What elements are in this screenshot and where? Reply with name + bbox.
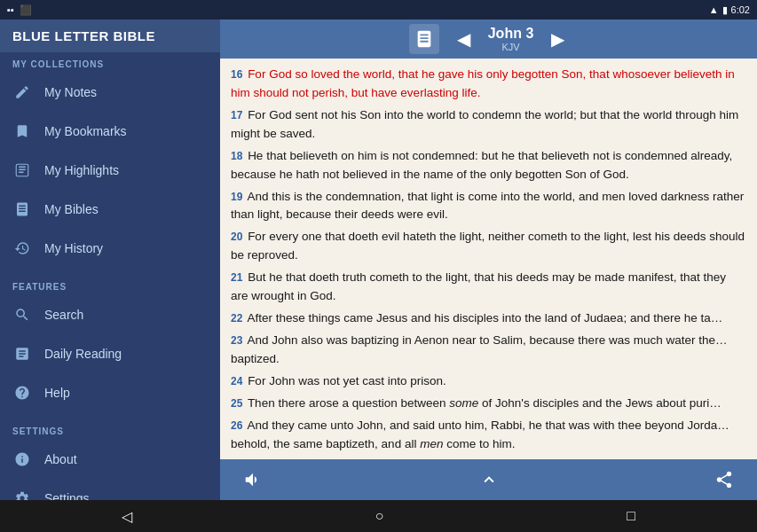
sidebar-item-label: About [44,452,77,466]
verse-text: After these things came Jesus and his di… [247,311,722,325]
verse-24: 24 For John was not yet cast into prison… [231,372,746,391]
bibles-icon [12,200,32,219]
search-icon [12,305,32,325]
notification-icon: ⬛ [20,4,32,16]
verse-19: 19 And this is the condemnation, that li… [231,188,746,225]
speaker-button[interactable] [238,465,268,495]
verse-16: 16 For God so loved the world, that he g… [231,66,746,103]
bible-text[interactable]: 16 For God so loved the world, that he g… [220,59,757,459]
share-button[interactable] [709,465,739,495]
verse-num: 26 [231,419,242,432]
sidebar-item-label: Search [44,308,83,322]
sidebar: BLUE LETTER BIBLE MY COLLECTIONS My Note… [0,20,220,500]
sidebar-item-my-bibles[interactable]: My Bibles [0,190,220,229]
verse-23: 23 And John also was baptizing in Aenon … [231,332,746,369]
sidebar-item-about[interactable]: About [0,440,220,479]
status-bar: ▪▪ ⬛ ▲ ▮ 6:02 [0,0,757,20]
daily-reading-icon [12,344,32,364]
sidebar-item-help[interactable]: Help [0,373,220,412]
verse-text: For God so loved the world, that he gave… [231,67,735,99]
sidebar-item-label: My Notes [44,85,97,99]
verse-25: 25 Then there arose a question between s… [231,395,746,413]
verse-num: 17 [231,109,242,121]
android-nav: ◁ ○ □ [0,500,757,532]
verse-20: 20 For every one that doeth evil hateth … [231,228,746,265]
sidebar-item-label: Daily Reading [44,347,122,361]
sidebar-item-my-notes[interactable]: My Notes [0,73,220,112]
content-area: ◀ John 3 KJV ▶ 16 For God so loved the w… [220,20,757,500]
verse-text: For God sent not his Son into the world … [231,108,738,140]
sidebar-item-label: My History [44,241,103,255]
verse-26: 26 And they came unto John, and said unt… [231,417,746,454]
book-version: KJV [488,42,534,52]
section-header-features: FEATURES [0,275,220,295]
verse-text: Then there arose a question between some… [248,396,722,410]
back-button[interactable]: ◁ [122,508,132,525]
sidebar-item-label: My Highlights [44,163,119,177]
top-nav: ◀ John 3 KJV ▶ [220,20,757,59]
verse-18: 18 He that believeth on him is not conde… [231,147,746,184]
verse-text: For every one that doeth evil hateth the… [231,230,745,262]
sidebar-item-label: Help [44,386,70,400]
status-right-icons: ▲ ▮ 6:02 [709,4,750,16]
sidebar-item-search[interactable]: Search [0,295,220,334]
verse-num: 25 [231,397,242,410]
bottom-toolbar [220,459,757,500]
verse-22: 22 After these things came Jesus and his… [231,309,746,328]
scroll-up-button[interactable] [474,465,504,495]
app-title: BLUE LETTER BIBLE [0,20,220,52]
verse-text: But he that doeth truth cometh to the li… [231,270,726,302]
sidebar-item-label: My Bibles [44,202,99,216]
chapter-title-block: John 3 KJV [488,26,534,52]
history-icon [12,239,32,258]
home-button[interactable]: ○ [375,508,384,524]
verse-text: And John also was baptizing in Aenon nea… [231,333,727,365]
verse-num: 22 [231,312,242,325]
verse-num: 21 [231,271,242,284]
help-icon [12,383,32,403]
prev-chapter-button[interactable]: ◀ [453,25,474,53]
main-area: BLUE LETTER BIBLE MY COLLECTIONS My Note… [0,20,757,500]
signal-icon: ▲ [709,4,719,15]
bookmarks-icon [12,121,32,141]
verse-num: 16 [231,68,242,81]
book-title: John 3 [488,26,534,42]
highlights-icon [12,160,32,180]
settings-icon [12,489,32,500]
about-icon [12,450,32,469]
verse-text: And this is the condemnation, that light… [231,190,744,222]
verse-num: 20 [231,231,242,243]
sidebar-item-label: Settings [44,491,90,500]
verse-text: For John was not yet cast into prison. [248,374,446,387]
next-chapter-button[interactable]: ▶ [548,25,568,53]
battery-icon: ▮ [722,4,728,16]
sidebar-item-my-bookmarks[interactable]: My Bookmarks [0,112,220,151]
verse-text: And they came unto John, and said unto h… [231,419,729,450]
section-header-settings: SETTINGS [0,419,220,440]
section-header-collections: MY COLLECTIONS [0,52,220,73]
notes-icon [12,82,32,102]
verse-17: 17 For God sent not his Son into the wor… [231,106,746,144]
status-left-icons: ▪▪ ⬛ [7,4,32,16]
verse-21: 21 But he that doeth truth cometh to the… [231,269,746,306]
sidebar-item-settings[interactable]: Settings [0,479,220,500]
sidebar-item-daily-reading[interactable]: Daily Reading [0,334,220,373]
verse-num: 23 [231,334,242,347]
sidebar-item-label: My Bookmarks [44,124,127,138]
verse-num: 24 [231,375,242,387]
verse-num: 19 [231,191,242,203]
time-display: 6:02 [731,4,750,15]
sidebar-item-my-history[interactable]: My History [0,229,220,268]
sidebar-item-my-highlights[interactable]: My Highlights [0,151,220,190]
recent-apps-button[interactable]: □ [627,508,635,524]
verse-text: He that believeth on him is not condemne… [231,149,732,181]
verse-num: 18 [231,150,242,162]
book-icon [409,24,439,54]
wifi-icon: ▪▪ [7,4,14,15]
